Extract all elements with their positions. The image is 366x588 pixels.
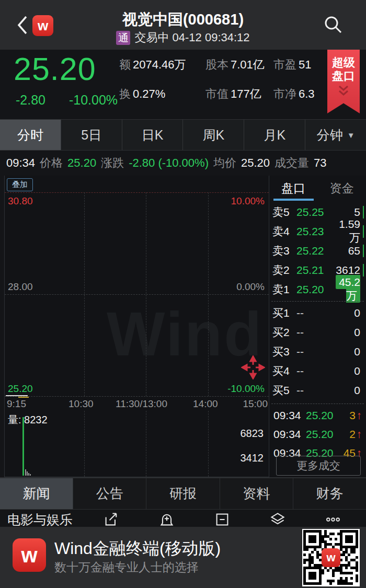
volume-bar-auction [22,417,24,476]
volume-scale-lower: 3412 [241,452,264,464]
compare-layers-icon[interactable] [270,512,285,527]
gridline-top [5,192,269,193]
stat-pb: 市净6.3 [273,86,323,102]
tab-financials[interactable]: 财务 [293,478,366,509]
tab-weekly-k[interactable]: 周K [183,120,244,150]
volume-scale-upper: 6823 [241,428,264,440]
tab-announcements[interactable]: 公告 [73,478,146,509]
gridline-v2 [146,192,146,396]
volume-pane-label: 量: 8232 [8,413,48,427]
tick-price: 25.20 [67,156,96,170]
trade-row: 09:3425.20 2↑ [273,425,362,444]
period-tab-bar: 分时 5日 日K 周K 月K 分钟▼ [0,119,366,151]
footer-toolbar: 电影与娱乐 [0,510,366,527]
x-tick-1130-1300: 11:30/13:00 [116,398,167,410]
up-arrow-icon: ↑ [356,409,362,422]
wind-watermark: Wind [107,298,263,370]
more-options-icon[interactable] [325,512,341,527]
gridline-v3 [208,192,209,396]
avg-label: 均价 [213,155,236,171]
promo-banner[interactable]: w Wind金融终端(移动版) 数十万金融专业人士的选择 w [0,527,366,588]
price-change-row: -2.80 -10.00% [16,93,118,108]
x-tick-1400: 14:00 [193,398,218,410]
time-axis: 9:15 10:30 11:30/13:00 14:00 15:00 [5,397,269,411]
remove-watchlist-icon[interactable] [214,512,230,527]
search-icon[interactable] [322,14,344,36]
qr-code: w [302,529,360,586]
stat-turnover: 换0.27% [119,86,205,102]
stat-pe: 市盈51 [273,57,323,73]
x-tick-0915: 9:15 [7,398,26,410]
order-book-panel: 盘口 资金 卖525.25 5 卖425.23 1.59万 卖325.22 65… [269,176,366,477]
more-trades-button[interactable]: 更多成交 [276,456,361,476]
order-book-tabs: 盘口 资金 [269,176,366,201]
bid-row-5[interactable]: 买5-- 0 [272,381,364,400]
intraday-chart[interactable]: Wind 叠加 30.80 10.00% 28.00 0.00% 25.20 -… [4,176,269,477]
tab-news[interactable]: 新闻 [0,478,73,509]
ask-row-4[interactable]: 卖425.23 1.59万 [272,222,364,241]
tab-minute-chart[interactable]: 分时 [0,120,61,150]
tong-badge: 通 [116,31,130,45]
gridline-mid [5,294,269,295]
share-icon[interactable] [104,512,119,527]
super-level2-ribbon[interactable]: 超级盘口 [327,50,360,113]
header: w 视觉中国(000681) 通 交易中 04-12 09:34:12 [0,0,366,50]
tick-change: -2.80 (-10.00%) [129,156,209,170]
last-price: 25.20 [14,51,96,87]
tab-5day[interactable]: 5日 [61,120,122,150]
volume-bar [27,471,28,476]
stat-shares: 股本7.01亿 [205,57,273,73]
bid-row-1[interactable]: 买1-- 0 [272,303,364,322]
dropdown-arrow-icon: ▼ [347,131,355,140]
alert-add-icon[interactable] [159,512,175,527]
volume-bar [25,469,26,476]
tab-research[interactable]: 研报 [146,478,220,509]
tab-daily-k[interactable]: 日K [122,120,184,150]
banner-title: Wind金融终端(移动版) [54,537,221,560]
tick-info-row: 09:34 价格 25.20 涨跌 -2.80 (-10.00%) 均价 25.… [0,151,366,176]
tab-fund-flow[interactable]: 资金 [318,176,366,201]
gridline-bottom [5,396,269,397]
vol-gridline-v2 [146,411,146,477]
tab-monthly-k[interactable]: 月K [244,120,305,150]
gridline-v1 [84,192,85,396]
bid-row-2[interactable]: 买2-- 0 [272,322,364,342]
stat-amount: 额2074.46万 [119,57,205,73]
y-axis-max: 30.80 [8,195,33,207]
banner-subtitle: 数十万金融专业人士的选择 [54,559,199,575]
tab-profile[interactable]: 资料 [220,478,293,509]
bid-row-4[interactable]: 买4-- 0 [272,361,364,381]
trade-row: 09:3425.20 3↑ [273,406,362,425]
volume-bar [30,474,31,476]
status-line: 通 交易中 04-12 09:34:12 [0,30,366,45]
change-percent: -10.00% [69,93,118,107]
y-axis-min: 25.20 [8,383,33,395]
order-book-separator [271,301,364,302]
ask1-volume-highlight: 45.2万 [336,275,360,303]
up-arrow-icon: ↑ [356,428,362,441]
trading-status: 交易中 04-12 09:34:12 [134,30,249,45]
overlay-button[interactable]: 叠加 [7,178,33,191]
quote-stats: 额2074.46万 股本7.01亿 市盈51 换0.27% 市值177亿 市净6… [119,57,323,102]
volume-bar [28,473,29,476]
tab-order-book[interactable]: 盘口 [269,176,318,201]
volume-label: 成交量 [274,155,309,171]
double-chevron-down-icon [336,85,351,97]
price-label: 价格 [40,155,63,171]
tick-time: 09:34 [6,156,35,170]
vol-gridline-v1 [84,411,85,477]
page-title: 视觉中国(000681) [63,9,303,30]
qr-center-logo: w [322,548,340,567]
ask-row-1[interactable]: 卖125.20 45.2万 [272,280,364,299]
vol-gridline-v3 [208,411,209,477]
tab-minutes-dropdown[interactable]: 分钟▼ [305,120,366,150]
bid-row-3[interactable]: 买3-- 0 [272,342,364,361]
y-axis-mid-pct: 0.00% [236,281,265,293]
content-tab-bar: 新闻 公告 研报 资料 财务 [0,477,366,510]
ask-row-3[interactable]: 卖325.22 65 [272,241,364,260]
y-axis-max-pct: 10.00% [231,195,265,207]
industry-tag[interactable]: 电影与娱乐 [7,511,73,527]
stat-marketcap: 市值177亿 [205,86,273,102]
pan-crosshair-icon[interactable] [241,355,265,379]
x-tick-1500: 15:00 [243,398,268,410]
